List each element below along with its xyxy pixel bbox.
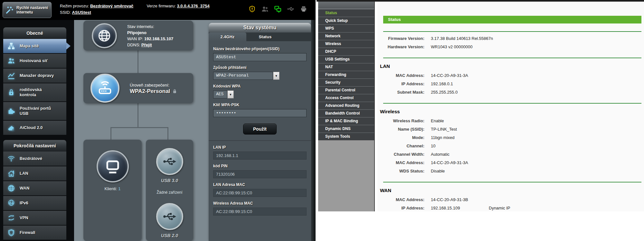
ssid-input[interactable]	[213, 53, 307, 61]
tplink-menu-item[interactable]: NAT	[318, 63, 374, 71]
tab-status[interactable]: Status	[246, 32, 284, 41]
wireless-section-title: Wireless	[380, 109, 644, 114]
router-icon[interactable]	[90, 74, 119, 103]
row-extra: Dynamic IP	[489, 204, 510, 211]
sidebar-item-traffic-manager[interactable]: Manažer dopravy	[3, 69, 66, 83]
sidebar-item-aicloud[interactable]: AiCloud 2.0	[3, 121, 66, 135]
tplink-menu-item[interactable]: Quick Setup	[318, 17, 374, 24]
tplink-menu-item[interactable]: DHCP	[318, 48, 374, 55]
tplink-menu-item[interactable]: IP & MAC Binding	[318, 117, 374, 125]
operation-mode-link[interactable]: Bezdrátový směrovač	[90, 4, 133, 8]
tplink-menu-item[interactable]: Dynamic DNS	[318, 125, 374, 133]
chevron-down-icon[interactable]: ▼	[273, 72, 279, 80]
ddns-go-link[interactable]: Přejít	[141, 42, 152, 47]
sidebar-item-ipv6[interactable]: IPv6 IPv6	[3, 196, 66, 210]
usb2-label: USB 2.0	[161, 233, 178, 238]
tplink-sidebar: Status Quick Setup WPS Network Wireless …	[318, 2, 375, 211]
row-value: 14-CC-20-A9-31-3A	[431, 71, 468, 80]
network-status-icon[interactable]	[274, 5, 282, 13]
chevron-down-icon[interactable]: ▼	[227, 90, 234, 98]
usb-devices-card[interactable]: USB 3.0 Žádné zařízení USB 2.0	[146, 140, 193, 241]
tab-24ghz[interactable]: 2.4GHz	[209, 32, 246, 41]
system-status-title: Stav systému	[209, 23, 311, 32]
tplink-menu-item[interactable]: WPS	[318, 24, 374, 32]
traffic-manager-icon	[7, 72, 16, 79]
usb2-icon[interactable]	[156, 203, 183, 230]
ssid-field-label: Název bezdrátového připojení(SSID)	[213, 47, 307, 51]
internet-status-card[interactable]: Stav internetu: Připojeno WAN IP: 192.16…	[83, 21, 193, 51]
auth-method-label: Způsob přihlášení	[213, 65, 307, 70]
tplink-menu-item[interactable]: Status	[318, 9, 374, 17]
status-row: IP Address: 192.168.15.109 Dynamic IP	[377, 204, 644, 211]
tplink-menu-item[interactable]: Bandwidth Control	[318, 109, 374, 117]
security-level-value: WPA2-Personal	[130, 88, 170, 94]
tplink-menu-item[interactable]: Wireless	[318, 40, 374, 48]
vpn-arrows-icon	[7, 214, 16, 222]
usb3-icon[interactable]	[156, 148, 183, 175]
system-status-body: Název bezdrátového připojení(SSID) Způso…	[209, 41, 311, 241]
clients-monitor-icon[interactable]	[97, 150, 129, 182]
usb-status-icon[interactable]	[287, 5, 295, 13]
tplink-menu-item[interactable]: Advanced Routing	[318, 102, 374, 109]
wpa-encryption-select[interactable]: AES ▼	[213, 90, 307, 98]
status-row: WDS Status: Disable	[377, 167, 644, 175]
sidebar-item-wireless[interactable]: Bezdrátové	[3, 152, 66, 166]
warning-icon[interactable]	[248, 5, 256, 13]
sidebar-item-vpn[interactable]: VPN	[3, 211, 66, 225]
row-label: Channel:	[383, 142, 424, 150]
ssid-link[interactable]: ASUStest	[72, 10, 91, 15]
operation-mode-label: Režim provozu:	[60, 4, 89, 8]
row-label: WDS Status:	[383, 167, 424, 175]
status-row: MAC Address: 14-CC-20-A9-31-3A	[377, 159, 644, 167]
sidebar-item-label: AiCloud 2.0	[20, 125, 43, 130]
wan-ip-label: WAN IP:	[127, 36, 143, 41]
tplink-menu-item[interactable]: System Tools	[318, 133, 374, 140]
tplink-menu-item[interactable]: Access Control	[318, 94, 374, 102]
clients-status-icon[interactable]	[261, 5, 269, 13]
sidebar-item-network-map[interactable]: Mapa sítě	[3, 39, 66, 53]
tplink-menu-item[interactable]: Network	[318, 32, 374, 40]
tplink-page-title: Status	[383, 16, 641, 23]
clients-count[interactable]: 1	[118, 186, 120, 191]
sidebar-item-firewall[interactable]: Firewall	[3, 226, 66, 240]
wpa-psk-key-label: Klíč WPA-PSK	[213, 103, 307, 107]
printer-status-icon[interactable]	[299, 5, 308, 13]
ipv6-icon: IPv6	[7, 199, 16, 207]
quick-internet-setup-button[interactable]: Rychlé nastavení internetu	[3, 2, 52, 18]
topbar-icons	[248, 5, 308, 13]
sidebar-item-lan[interactable]: LAN	[3, 166, 66, 181]
usb-application-puzzle-icon	[7, 107, 16, 115]
lan-ip-value: 192.168.1.1	[213, 152, 307, 160]
status-row: MAC Address: 14-CC-20-A9-31-3A	[377, 71, 644, 80]
wan-section-title: WAN	[380, 188, 644, 193]
wpa-psk-key-input[interactable]	[213, 109, 307, 117]
tplink-menu-item[interactable]: USB Settings	[318, 55, 374, 63]
internet-status-value: Připojeno	[127, 30, 147, 35]
tplink-menu-item[interactable]: Forwarding	[318, 71, 374, 79]
clients-card[interactable]: Klienti: 1	[83, 140, 142, 241]
asus-sidebar: Obecné Mapa sítě Hostovaná síť	[0, 20, 74, 241]
wpa-encryption-label: Kódování WPA	[213, 84, 307, 88]
sidebar-item-label: Mapa sítě	[20, 43, 39, 49]
wpa-encryption-value: AES	[213, 90, 227, 98]
row-label: Wireless Radio:	[383, 117, 424, 125]
apply-button[interactable]: Použít	[243, 124, 277, 134]
row-label: MAC Address:	[383, 196, 424, 204]
row-label: IP Address:	[383, 80, 424, 88]
status-row: Channel: 10	[377, 142, 644, 150]
sidebar-section-advanced: Pokročilá nastavení	[3, 140, 66, 152]
firewall-shield-icon	[7, 229, 16, 236]
router-security-card[interactable]: Úroveň zabezpečení: WPA2-Personal	[83, 73, 193, 103]
sidebar-item-usb-application[interactable]: Používání portů USB	[3, 102, 66, 120]
auth-method-select[interactable]: WPA2-Personal ▼	[213, 72, 307, 80]
sidebar-item-wan[interactable]: WAN	[3, 181, 66, 195]
firmware-version-link[interactable]: 3.0.0.4.376_3754	[177, 4, 210, 8]
internet-globe-icon[interactable]	[92, 23, 117, 48]
wireless-mac-value: AC:22:0B:99:15:C0	[213, 208, 307, 216]
system-status-panel: Stav systému 2.4GHz Status Název bezdrát…	[209, 23, 311, 241]
status-row: Channel Width: Automatic	[377, 150, 644, 159]
tplink-menu-item[interactable]: Security	[318, 79, 374, 86]
sidebar-item-parental-control[interactable]: rodičovská kontrola	[3, 83, 66, 101]
sidebar-item-guest-network[interactable]: Hostovaná síť	[3, 54, 66, 68]
tplink-menu-item[interactable]: Parental Control	[318, 86, 374, 94]
